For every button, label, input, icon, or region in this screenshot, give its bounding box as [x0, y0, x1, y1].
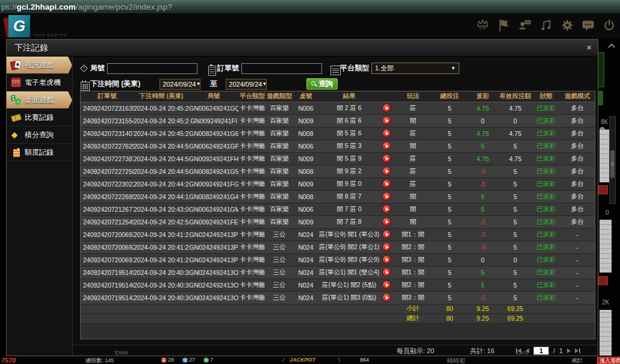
replay-play-icon[interactable] — [383, 294, 391, 301]
platform-type-select[interactable]: 1.全部 ▼ — [371, 63, 459, 74]
col-header-table: 桌號 — [293, 91, 319, 102]
clipboard-icon — [207, 64, 215, 72]
background-red-button[interactable] — [598, 185, 608, 194]
cell-payout: -5 — [467, 228, 498, 241]
cell-valid: 0 — [498, 253, 532, 266]
sidebar-item[interactable]: 視訊遊戲 — [7, 57, 72, 74]
replay-play-icon[interactable] — [383, 256, 391, 264]
cell-bet: 5 — [432, 127, 467, 140]
cell-valid: 5 — [498, 190, 532, 203]
sidebar-item-label: 比賽記錄 — [25, 113, 54, 123]
replay-play-icon[interactable] — [383, 281, 391, 289]
search-button[interactable]: 查詢 — [306, 78, 338, 90]
cell-time: 2024-09-24 20:40:38 — [134, 279, 189, 291]
cell-time: 2024-09-24 20:41:22 — [134, 253, 189, 266]
sidebar-item[interactable]: 桌面遊戲 — [7, 91, 72, 109]
table-row: 240924207200691 2024-09-24 20:41:22 GN02… — [81, 253, 595, 266]
cell-order: 240924207223023 — [81, 177, 134, 190]
replay-play-icon[interactable] — [383, 129, 391, 137]
replay-play-icon[interactable] — [383, 104, 391, 112]
cell-order: 240924207231635 — [81, 102, 134, 114]
cell-platform: 卡卡灣廳 — [238, 140, 266, 152]
cell-order: 240924207200693 — [81, 228, 134, 241]
enter-game-button[interactable]: 進入遊戲 — [597, 357, 620, 364]
replay-play-icon[interactable] — [383, 230, 391, 238]
date-from-picker[interactable]: 2024/09/24 ▼ — [160, 79, 200, 90]
replay-play-icon[interactable] — [383, 218, 391, 226]
status-badge: 已派彩 — [532, 140, 560, 152]
replay-play-icon[interactable] — [383, 155, 391, 162]
sidebar-item[interactable]: 電子老虎機 — [7, 74, 72, 91]
cell-round: GN009249241FE — [189, 215, 238, 228]
next-page-button[interactable] — [567, 348, 571, 353]
tie-count-badge: 和7 — [203, 357, 213, 363]
cell-valid: 4.75 — [498, 102, 532, 114]
cell-mode: 多台 — [560, 102, 595, 114]
sidebar-item[interactable]: 比賽記錄 — [7, 109, 72, 126]
replay-play-icon[interactable] — [383, 268, 391, 276]
brand-logo[interactable]: G ASIA GAMING — [7, 15, 43, 39]
total-label: 總計 — [394, 313, 432, 323]
status-badge: 已派彩 — [532, 127, 560, 140]
url-prefix: ps:// — [1, 2, 17, 11]
cell-method: 閒 — [394, 190, 432, 203]
cell-time: 2024-09-24 20:44:20 — [134, 177, 189, 190]
close-icon[interactable]: × — [586, 42, 592, 53]
sidebar-item[interactable]: 額度記錄 — [7, 144, 72, 161]
chevron-down-icon: ▼ — [196, 81, 200, 87]
scrollbar[interactable] — [609, 116, 616, 204]
replay-play-icon[interactable] — [383, 193, 391, 200]
cell-platform: 卡卡灣廳 — [238, 152, 266, 165]
cell-payout: 0 — [467, 114, 498, 127]
music-icon[interactable] — [539, 18, 553, 34]
cell-payout: 5 — [467, 140, 498, 152]
to-label: 至 — [210, 79, 217, 89]
cell-round: GN006249241GQ — [189, 102, 238, 114]
cell-method: 閒3：閒 — [394, 253, 432, 266]
chat-bubble-icon[interactable] — [581, 18, 595, 34]
settings-gear-icon[interactable] — [560, 18, 574, 34]
replay-play-icon[interactable] — [383, 243, 391, 251]
vip-crown-icon[interactable]: VIP — [476, 18, 490, 34]
replay-play-icon[interactable] — [383, 142, 391, 150]
cell-table: N008 — [293, 165, 319, 177]
scrollbar-thumb[interactable] — [610, 150, 615, 178]
background-red-button[interactable] — [598, 276, 608, 285]
chevron-up-icon[interactable] — [608, 43, 615, 50]
sidebar-item-icon — [11, 113, 21, 122]
sidebar-item-label: 視訊遊戲 — [25, 60, 54, 70]
status-badge: 已派彩 — [532, 152, 560, 165]
cell-replay — [379, 291, 394, 304]
flag-icon[interactable] — [497, 18, 511, 34]
cell-valid: 5 — [498, 140, 532, 152]
replay-play-icon[interactable] — [383, 205, 391, 213]
status-badge: 已派彩 — [532, 190, 560, 203]
browser-address-bar[interactable]: ps://gci.2hhapi.com/agingame/pcv2/index.… — [0, 0, 620, 13]
order-input[interactable] — [241, 63, 322, 74]
cell-game: 三公 — [266, 253, 293, 266]
cell-payout: 5 — [467, 279, 498, 291]
support-chat-icon[interactable] — [518, 18, 532, 34]
table-row: 240924207195146 2024-09-24 20:40:38 GN02… — [81, 279, 595, 291]
last-page-button[interactable] — [575, 348, 580, 353]
cell-bet: 5 — [432, 203, 467, 215]
background-label: 2K — [602, 299, 609, 306]
cell-round: GN006249241GP — [189, 140, 238, 152]
replay-play-icon[interactable] — [383, 117, 391, 125]
cell-platform: 卡卡灣廳 — [238, 114, 266, 127]
date-to-picker[interactable]: 2024/09/24 ▼ — [226, 79, 267, 90]
subtotal-row: 小計 80 9.25 69.25 — [81, 304, 595, 313]
replay-play-icon[interactable] — [383, 167, 391, 175]
sidebar-item[interactable]: 積分查詢 — [7, 126, 72, 144]
cell-payout: 5 — [467, 190, 498, 203]
page-number-input[interactable] — [533, 347, 549, 355]
cell-result: 閒 6 莊 6 — [319, 114, 379, 127]
cell-payout: -5 — [467, 241, 498, 253]
cell-time: 2024-09-24 20:42:59 — [134, 215, 189, 228]
replay-play-icon[interactable] — [383, 180, 391, 188]
table-row: 240924207200692 2024-09-24 20:41:22 GN02… — [81, 241, 595, 253]
cell-valid: 5 — [498, 291, 532, 304]
power-icon[interactable] — [602, 18, 616, 34]
round-input[interactable] — [107, 63, 197, 74]
cell-valid: 0 — [498, 114, 532, 127]
